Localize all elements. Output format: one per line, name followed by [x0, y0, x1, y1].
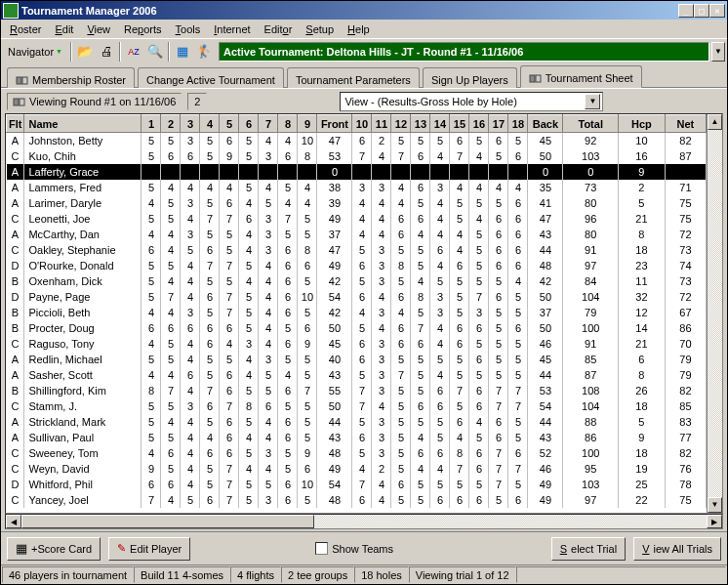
table-row[interactable]: CYancey, Joel745675365486455666564997227…: [7, 492, 707, 508]
cell-value: 6: [618, 352, 665, 367]
table-row[interactable]: DPayne, Page5746754610546468357655010432…: [7, 289, 707, 305]
close-button[interactable]: ✕: [709, 4, 725, 18]
cell-value: 4: [220, 180, 239, 195]
horizontal-scrollbar[interactable]: ◀ ▶: [5, 514, 723, 529]
column-header-1[interactable]: 1: [142, 115, 161, 133]
score-card-button[interactable]: ▦ +Score Card: [7, 537, 101, 561]
column-header-9[interactable]: 9: [298, 115, 317, 133]
column-header-4[interactable]: 4: [200, 115, 220, 133]
table-row[interactable]: ASullivan, Paul5544644654363545456543869…: [7, 430, 707, 445]
scroll-track[interactable]: [314, 515, 707, 528]
table-row[interactable]: BProcter, Doug66666545650546746656501001…: [7, 320, 707, 336]
column-header-5[interactable]: 5: [220, 115, 239, 133]
sort-az-icon[interactable]: AZ: [124, 42, 143, 62]
table-row[interactable]: BShillingford, Kim8747655675573556767753…: [7, 383, 707, 398]
column-header-13[interactable]: 13: [411, 115, 430, 133]
table-row[interactable]: COakley, Stephanie6456543684753556456644…: [7, 242, 707, 258]
view-all-trials-button[interactable]: View All Trials: [633, 537, 721, 561]
table-row[interactable]: ALafferty, Grace0009: [7, 164, 707, 180]
tab-change-active-tournament[interactable]: Change Active Tournament: [138, 67, 284, 88]
column-header-14[interactable]: 14: [430, 115, 450, 133]
table-row[interactable]: CStamm, J.55367865550745665677541041885: [7, 398, 707, 414]
tab-sign-up-players[interactable]: Sign Up Players: [423, 67, 517, 88]
menu-view[interactable]: View: [80, 21, 117, 37]
cell-value: 7: [489, 445, 508, 461]
column-header-15[interactable]: 15: [450, 115, 469, 133]
menu-reports[interactable]: Reports: [117, 21, 169, 37]
scroll-left-button[interactable]: ◀: [6, 515, 21, 528]
column-header-3[interactable]: 3: [181, 115, 200, 133]
course-icon[interactable]: 🏌: [194, 42, 214, 62]
table-row[interactable]: CLeonetti, Joe55477637549446645466479621…: [7, 211, 707, 227]
cards-icon[interactable]: ▦: [173, 42, 192, 62]
table-row[interactable]: AStrickland, Mark54456546544535556465448…: [7, 414, 707, 430]
column-header-back[interactable]: Back: [528, 115, 563, 133]
scroll-right-button[interactable]: ▶: [707, 515, 722, 528]
dropdown-icon[interactable]: ▼: [585, 94, 600, 109]
tab-membership-roster[interactable]: Membership Roster: [7, 67, 135, 88]
navigator-button[interactable]: Navigator▼: [3, 41, 67, 63]
table-row[interactable]: CRaguso, Tony454643469456366465554691217…: [7, 336, 707, 352]
table-row[interactable]: DO'Rourke, Donald55477546649638546566489…: [7, 258, 707, 273]
table-row[interactable]: DWhitford, Phil6645755610547465555754910…: [7, 477, 707, 492]
cell-value: 4: [298, 195, 317, 211]
column-header-front[interactable]: Front: [317, 115, 352, 133]
open-icon[interactable]: 📂: [75, 42, 95, 62]
table-row[interactable]: CSweeney, Tom464665359485356686765210018…: [7, 445, 707, 461]
table-row[interactable]: ARedlin, Michael554554355406355556554585…: [7, 352, 707, 367]
column-header-11[interactable]: 11: [372, 115, 391, 133]
cell-value: 5: [391, 414, 411, 430]
table-row[interactable]: ALammers, Fred54444545438334634444357327…: [7, 180, 707, 195]
results-grid[interactable]: FltName123456789Front101112131415161718B…: [6, 114, 707, 513]
menu-internet[interactable]: Internet: [207, 21, 257, 37]
menu-tools[interactable]: Tools: [169, 21, 208, 37]
column-header-7[interactable]: 7: [259, 115, 278, 133]
maximize-button[interactable]: □: [694, 4, 709, 18]
menu-edit[interactable]: Edit: [48, 21, 80, 37]
column-header-8[interactable]: 8: [278, 115, 298, 133]
table-row[interactable]: CWeyn, David9545744564942544767746951976: [7, 461, 707, 477]
binoculars-icon[interactable]: 🔍: [145, 42, 165, 62]
vertical-scrollbar[interactable]: ▲ ▼: [707, 114, 722, 513]
column-header-name[interactable]: Name: [24, 115, 142, 133]
table-row[interactable]: BPiccioli, Beth4435754654243453535537791…: [7, 305, 707, 320]
table-row[interactable]: AMcCarthy, Dan44355435537446444566438087…: [7, 227, 707, 242]
scroll-down-button[interactable]: ▼: [708, 497, 722, 513]
menu-editor[interactable]: Editor: [258, 21, 300, 37]
cell-value: 4: [239, 242, 259, 258]
show-teams-checkbox[interactable]: [315, 542, 328, 555]
table-row[interactable]: ASasher, Scott44656454543537545555448787…: [7, 367, 707, 383]
tab-tournament-sheet[interactable]: Tournament Sheet: [520, 65, 642, 88]
page-number-box[interactable]: 2: [187, 93, 207, 110]
column-header-net[interactable]: Net: [665, 115, 706, 133]
table-row[interactable]: CKuo, Chih56659536853747647456501031687: [7, 148, 707, 164]
scroll-track[interactable]: [708, 130, 722, 497]
column-header-hcp[interactable]: Hcp: [618, 115, 665, 133]
cell-value: 9: [298, 445, 317, 461]
table-row[interactable]: ALarimer, Daryle453564544394445455564180…: [7, 195, 707, 211]
view-select-dropdown[interactable]: View - (Results-Gross Hole by Hole) ▼: [340, 92, 603, 111]
menu-help[interactable]: Help: [341, 21, 377, 37]
column-header-17[interactable]: 17: [489, 115, 508, 133]
scroll-thumb[interactable]: [21, 515, 314, 528]
column-header-18[interactable]: 18: [508, 115, 528, 133]
cell-value: 6: [391, 320, 411, 336]
select-trial-button[interactable]: Select Trial: [551, 537, 626, 561]
column-header-16[interactable]: 16: [469, 115, 489, 133]
column-header-6[interactable]: 6: [239, 115, 259, 133]
tournament-dropdown-button[interactable]: ▼: [711, 42, 725, 62]
column-header-total[interactable]: Total: [563, 115, 619, 133]
column-header-flt[interactable]: Flt: [7, 115, 24, 133]
minimize-button[interactable]: _: [678, 4, 694, 18]
edit-player-button[interactable]: ✎ Edit Player: [108, 537, 190, 561]
scroll-up-button[interactable]: ▲: [708, 114, 722, 130]
print-icon[interactable]: 🖨: [97, 42, 116, 62]
column-header-2[interactable]: 2: [161, 115, 181, 133]
menu-roster[interactable]: Roster: [3, 21, 48, 37]
table-row[interactable]: AJohnston, Betty553565441047625556565459…: [7, 133, 707, 148]
menu-setup[interactable]: Setup: [299, 21, 341, 37]
column-header-10[interactable]: 10: [352, 115, 372, 133]
tab-tournament-parameters[interactable]: Tournament Parameters: [287, 67, 420, 88]
table-row[interactable]: BOxenham, Dick54455446542535455554428411…: [7, 273, 707, 289]
column-header-12[interactable]: 12: [391, 115, 411, 133]
